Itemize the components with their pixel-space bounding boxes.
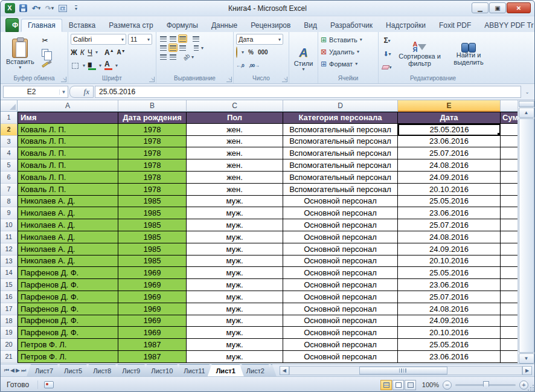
cell-sum[interactable] <box>501 147 517 159</box>
scroll-right-icon[interactable]: ▶ <box>522 366 532 375</box>
tab-file[interactable]: Файл <box>5 18 19 32</box>
orientation-button[interactable]: ab <box>180 51 192 63</box>
row-number[interactable]: 10 <box>1 219 18 231</box>
undo-button[interactable]: ↶▾ <box>31 3 42 14</box>
wrap-text-button[interactable] <box>191 34 200 43</box>
cell-birth[interactable]: 1978 <box>118 172 187 184</box>
align-center-button[interactable] <box>168 43 178 52</box>
cell-gender[interactable]: муж. <box>187 315 283 327</box>
minimize-button[interactable]: ▁ <box>472 2 489 13</box>
cell-sum[interactable] <box>501 124 517 136</box>
ribbon-tab[interactable]: Главная <box>21 19 62 32</box>
ribbon-tab[interactable]: Рецензиров <box>244 19 297 32</box>
decrease-indent-button[interactable] <box>159 53 168 61</box>
font-color-button[interactable]: А <box>104 61 112 70</box>
format-painter-button[interactable] <box>39 59 51 70</box>
ribbon-tab[interactable]: Вид <box>297 19 324 32</box>
cell-birth[interactable]: 1978 <box>118 159 187 172</box>
cell-name[interactable]: Парфенов Д. Ф. <box>18 279 118 291</box>
cell-sum[interactable] <box>501 184 517 196</box>
cell-category[interactable]: Основной персонал <box>283 315 398 327</box>
cell-date[interactable]: 25.05.2016 <box>398 267 501 279</box>
cell-date[interactable]: 24.08.2016 <box>398 231 501 243</box>
ribbon-tab[interactable]: Данные <box>205 19 244 32</box>
first-sheet-icon[interactable]: ⏮ <box>4 367 9 374</box>
cell-gender[interactable]: жен. <box>187 172 283 184</box>
column-header-d[interactable]: D <box>283 100 398 112</box>
cell-gender[interactable]: муж. <box>187 339 283 351</box>
cell-sum[interactable] <box>501 339 517 351</box>
cell-sum[interactable] <box>501 207 517 219</box>
column-header-e[interactable]: E <box>398 100 501 112</box>
cell-date[interactable]: 24.08.2016 <box>398 303 501 315</box>
cell-gender[interactable]: жен. <box>187 124 283 136</box>
cell-birth[interactable]: 1969 <box>118 291 187 303</box>
cell-category[interactable]: Основной персонал <box>283 196 398 208</box>
row-number[interactable]: 17 <box>1 303 18 315</box>
cell-gender[interactable]: муж. <box>187 351 283 363</box>
column-header-b[interactable]: B <box>118 100 187 112</box>
cell-gender[interactable]: муж. <box>187 327 283 339</box>
prev-sheet-icon[interactable]: ◀ <box>10 367 14 373</box>
cell-sum[interactable] <box>501 351 517 363</box>
cell-name[interactable]: Коваль Л. П. <box>18 184 118 196</box>
cell-category[interactable]: Основной персонал <box>283 303 398 315</box>
cut-button[interactable]: ✂ <box>39 35 51 46</box>
cell-sum[interactable] <box>501 172 517 184</box>
row-number[interactable]: 18 <box>1 315 18 327</box>
cell-birth[interactable]: 1985 <box>118 255 187 268</box>
zoom-slider-thumb[interactable] <box>483 381 489 389</box>
cell-date[interactable]: 24.08.2016 <box>398 159 501 172</box>
cell-category[interactable]: Основной персонал <box>283 339 398 351</box>
zoom-out-button[interactable]: − <box>443 381 452 390</box>
cell-gender[interactable]: муж. <box>187 291 283 303</box>
cell-category[interactable]: Вспомогательный персонал <box>283 184 398 196</box>
cell-name[interactable]: Коваль Л. П. <box>18 136 118 148</box>
cell-category[interactable]: Вспомогательный персонал <box>283 136 398 148</box>
cell-gender[interactable]: муж. <box>187 303 283 315</box>
ribbon-tab[interactable]: Разработчик <box>324 19 379 32</box>
thousands-format-button[interactable]: 000 <box>258 49 268 56</box>
cell-name[interactable]: Коваль Л. П. <box>18 172 118 184</box>
font-size-select[interactable]: 11▾ <box>128 34 152 45</box>
ribbon-tab[interactable]: Foxit PDF <box>432 19 478 32</box>
cell-category[interactable]: Вспомогательный персонал <box>283 159 398 172</box>
cell-name[interactable]: Николаев А. Д. <box>18 231 118 243</box>
row-number[interactable]: 9 <box>1 207 18 219</box>
cell-gender[interactable]: жен. <box>187 184 283 196</box>
sheet-tab[interactable]: Лист1 <box>208 364 244 376</box>
header-cell-birth[interactable]: Дата рождения <box>118 112 187 124</box>
cell-sum[interactable] <box>501 303 517 315</box>
cell-sum[interactable] <box>501 231 517 243</box>
cell-date[interactable]: 20.10.2016 <box>398 184 501 196</box>
select-all-corner[interactable] <box>1 100 18 112</box>
cell-category[interactable]: Основной персонал <box>283 207 398 219</box>
customize-qat-button[interactable]: ▾ <box>71 3 82 14</box>
cell-name[interactable]: Николаев А. Д. <box>18 196 118 208</box>
number-format-select[interactable]: Дата▾ <box>236 34 283 45</box>
page-layout-view-button[interactable] <box>392 380 404 390</box>
cell-date[interactable]: 24.09.2016 <box>398 243 501 255</box>
cell-category[interactable]: Основной персонал <box>283 279 398 291</box>
clipboard-dialog-launcher[interactable]: ↘ <box>61 77 66 82</box>
cell-name[interactable]: Парфенов Д. Ф. <box>18 315 118 327</box>
cell-date[interactable]: 23.06.2016 <box>398 136 501 148</box>
align-left-button[interactable] <box>159 43 168 52</box>
macro-record-icon[interactable] <box>44 381 54 388</box>
header-cell-gender[interactable]: Пол <box>187 112 283 124</box>
horizontal-scrollbar[interactable] <box>289 366 522 375</box>
row-number[interactable]: 8 <box>1 196 18 208</box>
normal-view-button[interactable] <box>380 380 392 390</box>
cell-name[interactable]: Николаев А. Д. <box>18 243 118 255</box>
row-number[interactable]: 21 <box>1 351 18 363</box>
cell-birth[interactable]: 1978 <box>118 136 187 148</box>
cell-name[interactable]: Петров Ф. Л. <box>18 339 118 351</box>
insert-cells-button[interactable]: ⊞ Вставить▾ <box>321 34 376 45</box>
format-cells-button[interactable]: ⊞ Формат▾ <box>321 58 376 69</box>
row-number[interactable]: 15 <box>1 279 18 291</box>
cell-date[interactable]: 25.05.2016 <box>398 124 501 136</box>
row-number[interactable]: 1 <box>1 112 18 124</box>
last-sheet-icon[interactable]: ⏭ <box>21 367 26 374</box>
row-number[interactable]: 2 <box>1 124 18 136</box>
clear-button[interactable]: ▾ <box>381 62 393 72</box>
